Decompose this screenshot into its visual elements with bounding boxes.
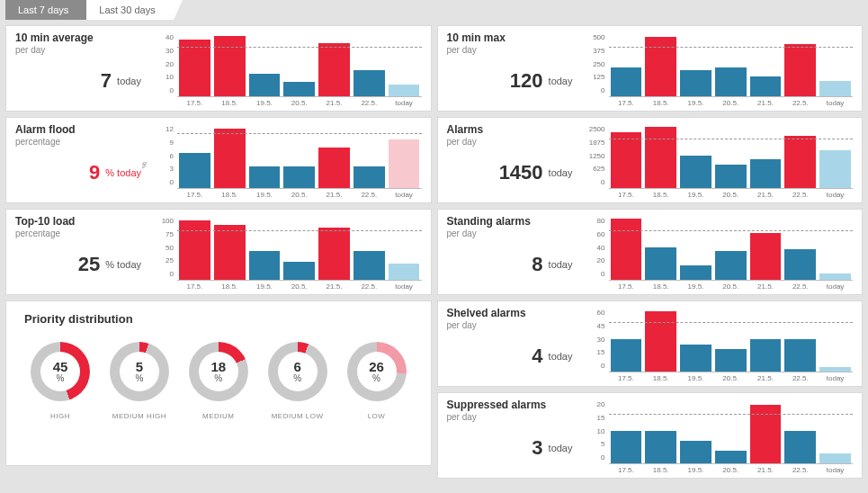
bar	[214, 36, 246, 96]
kpi-sub: per day	[15, 45, 150, 55]
kpi-title: 10 min max	[447, 31, 582, 44]
kpi-value: 7	[101, 69, 112, 93]
bar	[645, 127, 676, 188]
bar	[214, 129, 246, 188]
bar	[750, 76, 782, 96]
bar	[784, 249, 816, 280]
bar	[611, 67, 642, 96]
bar	[389, 85, 420, 96]
kpi-title: Alarms	[447, 123, 582, 136]
bar	[680, 70, 711, 96]
kpi-unit: today	[549, 351, 573, 362]
tab-last-7-days[interactable]: Last 7 days	[5, 0, 86, 20]
bar	[750, 159, 782, 188]
kpi-value: 8	[532, 253, 542, 276]
bar	[318, 148, 350, 188]
kpi-value: 3	[532, 436, 542, 460]
chart-suppressed-alarms: 2015105017.5.18.5.19.5.20.5.21.5.22.5.to…	[582, 399, 854, 474]
chart-alarm-flood: 129630%17.5.18.5.19.5.20.5.21.5.22.5.tod…	[150, 123, 422, 199]
priority-donut: 26%LOW	[341, 342, 413, 420]
bar	[318, 228, 350, 280]
bar	[715, 451, 747, 463]
bar	[819, 367, 851, 372]
bar	[715, 67, 747, 96]
bar	[819, 81, 851, 96]
bar	[645, 311, 676, 372]
time-range-tabs: Last 7 days Last 30 days	[0, 0, 868, 20]
kpi-value: 120	[510, 69, 543, 93]
kpi-value: 25	[78, 253, 100, 276]
priority-donut: 5%MEDIUM HIGH	[103, 342, 175, 420]
kpi-sub: per day	[447, 137, 582, 147]
bar	[214, 225, 246, 280]
kpi-title: Shelved alarms	[447, 307, 582, 319]
kpi-sub: per day	[447, 412, 582, 422]
bar	[645, 247, 676, 280]
kpi-unit: today	[549, 167, 573, 178]
kpi-value: 4	[532, 345, 542, 368]
donut-row: 45%HIGH5%MEDIUM HIGH18%MEDIUM6%MEDIUM LO…	[24, 342, 413, 420]
kpi-unit: today	[549, 76, 573, 86]
priority-donut: 45%HIGH	[24, 342, 96, 420]
kpi-title: Top-10 load	[15, 215, 150, 228]
bar	[645, 431, 676, 463]
panel-shelved-alarms: Shelved alarms per day 4 today 604530150…	[437, 300, 864, 387]
bar	[750, 233, 782, 280]
bar	[249, 251, 281, 280]
kpi-value: 1450	[499, 161, 543, 184]
kpi-sub: per day	[447, 45, 582, 55]
kpi-title: Alarm flood	[15, 123, 150, 136]
bar	[353, 251, 385, 280]
bar	[179, 153, 210, 188]
bar	[611, 431, 642, 463]
bar	[249, 74, 281, 96]
bar	[611, 339, 642, 372]
kpi-sub: percentage	[15, 137, 150, 147]
bar	[318, 43, 350, 96]
left-column: 10 min average per day 7 today 403020100…	[5, 25, 432, 479]
chart-top10-load: 100755025017.5.18.5.19.5.20.5.21.5.22.5.…	[150, 215, 422, 291]
panel-suppressed-alarms: Suppressed alarms per day 3 today 201510…	[437, 392, 864, 479]
kpi-unit: today	[549, 259, 573, 270]
kpi-value: 9	[89, 161, 100, 184]
bar	[784, 44, 816, 96]
kpi-title: 10 min average	[15, 31, 150, 44]
panel-alarm-flood: Alarm flood percentage 9 % today 129630%…	[5, 117, 432, 203]
kpi-unit: % today	[105, 167, 141, 178]
bar	[750, 339, 782, 372]
kpi-sub: percentage	[15, 229, 150, 238]
bar	[611, 219, 642, 280]
bar	[249, 166, 281, 188]
bar	[611, 132, 642, 188]
tab-last-30-days[interactable]: Last 30 days	[86, 0, 173, 20]
kpi-sub: per day	[447, 229, 582, 238]
kpi-title: Standing alarms	[447, 215, 582, 228]
bar	[179, 220, 210, 280]
kpi-unit: today	[549, 443, 573, 453]
bar	[680, 265, 711, 280]
priority-donut: 6%MEDIUM LOW	[262, 342, 334, 420]
panel-alarms: Alarms per day 1450 today 25001875125062…	[437, 117, 864, 203]
bar	[680, 156, 711, 188]
chart-standing-alarms: 80604020017.5.18.5.19.5.20.5.21.5.22.5.t…	[582, 215, 854, 291]
bar	[389, 139, 420, 188]
kpi-sub: per day	[447, 320, 582, 330]
bar	[715, 251, 747, 280]
chart-shelved-alarms: 60453015017.5.18.5.19.5.20.5.21.5.22.5.t…	[582, 307, 854, 382]
panel-title: Priority distribution	[24, 312, 413, 326]
bar	[645, 37, 676, 96]
bar	[784, 339, 816, 372]
right-column: 10 min max per day 120 today 50037525012…	[437, 25, 864, 479]
bar	[353, 70, 385, 96]
bar	[680, 441, 711, 463]
bar	[784, 431, 816, 463]
bar	[389, 264, 420, 280]
chart-alarms: 250018751250625017.5.18.5.19.5.20.5.21.5…	[582, 123, 854, 199]
kpi-unit: % today	[105, 259, 141, 270]
bar	[283, 82, 315, 96]
bar	[715, 165, 747, 188]
bar	[784, 136, 816, 188]
chart-10min-average: 40302010017.5.18.5.19.5.20.5.21.5.22.5.t…	[150, 31, 422, 107]
kpi-title: Suppressed alarms	[447, 399, 582, 411]
priority-donut: 18%MEDIUM	[183, 342, 255, 420]
